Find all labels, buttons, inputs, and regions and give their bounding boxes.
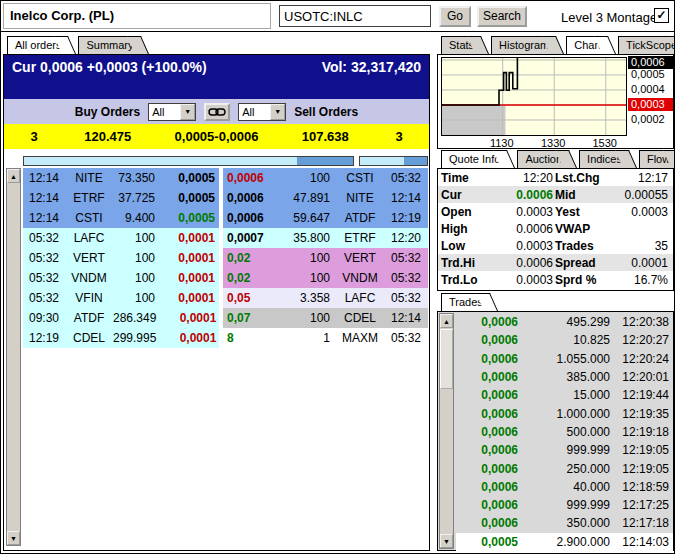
trade-row[interactable]: 0,00052.900.00012:14:03 <box>456 533 673 551</box>
trade-row[interactable]: 0,0006999.99912:19:05 <box>456 441 673 459</box>
book-row[interactable]: 05:32VERT1000,00010,02100VERT05:32 <box>23 248 428 268</box>
trades-scrollbar[interactable]: ▲ ▼ <box>439 313 454 549</box>
bid-price: 0,0001 <box>162 311 220 325</box>
quote-field-value: 0.0006 <box>491 188 555 202</box>
bid-price: 0,0001 <box>161 291 219 305</box>
bid-mm: VERT <box>65 251 113 265</box>
bid-mm: VFIN <box>65 291 113 305</box>
book-row[interactable]: 12:19CDEL299.9950,000181MAXM05:32 <box>23 328 428 348</box>
book-row[interactable]: 12:14ETRF37.7250,00050,000647.891NITE12:… <box>23 188 428 208</box>
trade-row[interactable]: 0,0006999.99912:17:25 <box>456 496 673 514</box>
book-row[interactable]: 05:32LAFC1000,00010,000735.800ETRF12:20 <box>23 228 428 248</box>
scroll-down-icon[interactable]: ▼ <box>7 531 20 545</box>
trade-row[interactable]: 0,00061.055.00012:20:24 <box>456 350 673 368</box>
quote-field-value: 35 <box>617 239 670 253</box>
search-button[interactable]: Search <box>477 6 527 27</box>
trade-size: 250.000 <box>518 462 614 476</box>
trade-row[interactable]: 0,000640.00012:18:59 <box>456 478 673 496</box>
trade-row[interactable]: 0,0006385.00012:20:01 <box>456 368 673 386</box>
chart-y-tick: 0,0003 <box>628 98 673 111</box>
montage-panel: Cur 0,0006 +0,0003 (+100.0%) Vol: 32,317… <box>3 54 430 551</box>
book-row[interactable]: 12:14NITE73.3500,00050,0006100CSTI05:32 <box>23 168 428 188</box>
ask-time: 12:20 <box>384 231 428 245</box>
tab-chart[interactable]: Chart <box>566 36 605 54</box>
quote-field-value: 0.0003 <box>491 205 555 219</box>
bid-size: 37.725 <box>113 191 161 205</box>
book-row[interactable]: 05:32VNDM1000,00010,02100VNDM05:32 <box>23 268 428 288</box>
tab-flow[interactable]: Flow <box>639 150 674 168</box>
ask-price: 0,02 <box>223 271 279 285</box>
montage-checkbox[interactable]: ✓ <box>654 8 669 23</box>
tab-stats[interactable]: Stats <box>441 36 478 54</box>
ask-time: 05:32 <box>384 171 428 185</box>
tab-histogram[interactable]: Histogram <box>491 36 553 54</box>
trade-size: 495.299 <box>518 315 614 329</box>
tab-tickscope[interactable]: TickScope <box>618 36 675 54</box>
buy-filter-select[interactable]: All ▼ <box>148 103 196 121</box>
link-filters-button[interactable] <box>204 103 230 121</box>
quote-field-label: VWAP <box>555 222 617 236</box>
sell-filter-select[interactable]: All ▼ <box>238 103 286 121</box>
quote-field-value: 0.0003 <box>491 273 555 287</box>
trade-time: 12:19:05 <box>614 462 673 476</box>
bid-side: 05:32VNDM1000,0001 <box>23 268 219 288</box>
bid-mm: NITE <box>65 171 113 185</box>
trade-time: 12:20:27 <box>614 333 673 347</box>
ask-side: 0,02100VNDM05:32 <box>223 268 428 288</box>
ask-side: 0,000659.647ATDF12:19 <box>223 208 428 228</box>
trade-row[interactable]: 0,0006495.29912:20:38 <box>456 313 673 331</box>
chart-panel: 0,00060,00050,00040,00030,0002 113013301… <box>437 54 674 149</box>
bid-size: 299.995 <box>113 331 162 345</box>
trade-row[interactable]: 0,0006500.00012:19:18 <box>456 423 673 441</box>
chevron-down-icon[interactable]: ▼ <box>180 104 195 120</box>
book-row[interactable]: 05:32VFIN1000,00010,053.358LAFC05:32 <box>23 288 428 308</box>
order-book-scrollbar[interactable]: ▲ ▼ <box>6 168 21 546</box>
quote-field-value: 12:20 <box>491 171 555 185</box>
scroll-up-icon[interactable]: ▲ <box>440 314 453 328</box>
scrollbar-thumb[interactable] <box>440 329 453 389</box>
right-tab-strip: Stats Histogram Chart TickScope <box>441 34 675 54</box>
tab-indices[interactable]: Indices <box>579 150 626 168</box>
ask-time: 05:32 <box>384 291 428 305</box>
tab-all-orders[interactable]: All orders <box>7 36 65 54</box>
trade-price: 0,0006 <box>456 352 518 366</box>
tab-auction[interactable]: Auction <box>517 150 566 168</box>
chevron-down-icon[interactable]: ▼ <box>270 104 285 120</box>
scroll-up-icon[interactable]: ▲ <box>7 169 20 183</box>
bid-mm: ATDF <box>65 311 113 325</box>
book-row[interactable]: 09:30ATDF286.3490,00010,07100CDEL12:14 <box>23 308 428 328</box>
quote-field-label: Lst.Chg <box>555 171 617 185</box>
trade-row[interactable]: 0,000615.00012:19:44 <box>456 386 673 404</box>
bid-mm: LAFC <box>65 231 113 245</box>
book-row[interactable]: 12:14CSTI9.4000,00050,000659.647ATDF12:1… <box>23 208 428 228</box>
scroll-down-icon[interactable]: ▼ <box>440 534 453 548</box>
price-chart-plot[interactable] <box>441 57 627 136</box>
bid-mm-count: 3 <box>4 129 64 144</box>
bid-price: 0,0005 <box>161 171 219 185</box>
ask-mm: VERT <box>336 251 384 265</box>
sell-orders-label: Sell Orders <box>294 105 358 119</box>
trade-size: 385.000 <box>518 370 614 384</box>
trade-row[interactable]: 0,0006250.00012:19:05 <box>456 459 673 477</box>
depth-bars <box>4 156 429 166</box>
quote-info-row: Open0.0003Yest0.0003 <box>438 203 673 220</box>
tab-quote-info[interactable]: Quote Info <box>441 150 504 168</box>
bid-price: 0,0001 <box>162 331 220 345</box>
trade-row[interactable]: 0,00061.000.00012:19:35 <box>456 404 673 422</box>
trade-size: 500.000 <box>518 425 614 439</box>
ask-price: 0,07 <box>223 311 279 325</box>
tab-summary[interactable]: Summary <box>78 36 137 54</box>
trade-price: 0,0006 <box>456 407 518 421</box>
go-button[interactable]: Go <box>439 6 471 27</box>
trade-price: 0,0005 <box>456 535 518 549</box>
tab-trades[interactable]: Trades <box>441 293 487 311</box>
quote-header: Cur 0,0006 +0,0003 (+100.0%) Vol: 32,317… <box>4 55 429 99</box>
ask-size: 59.647 <box>279 211 336 225</box>
bid-depth-bar <box>23 156 354 166</box>
trade-row[interactable]: 0,0006350.00012:17:18 <box>456 514 673 532</box>
symbol-input[interactable] <box>279 5 431 27</box>
ask-side: 0,053.358LAFC05:32 <box>223 288 428 308</box>
trade-row[interactable]: 0,000610.82512:20:27 <box>456 331 673 349</box>
bid-size: 100 <box>113 291 161 305</box>
trade-size: 350.000 <box>518 516 614 530</box>
